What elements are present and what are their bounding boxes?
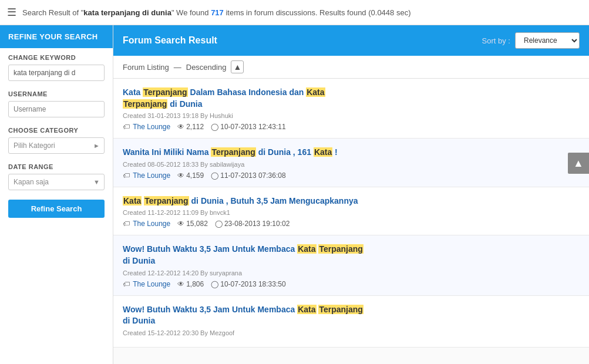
last-date: 23-08-2013 19:10:02: [224, 220, 290, 228]
keyword-label: CHANGE KEYWORD: [8, 54, 105, 61]
clock-icon: ◯: [215, 220, 223, 228]
daterange-select-wrap: Kapan saja Hari ini Seminggu Sebulan ▼: [8, 174, 105, 190]
result-stats: 🏷 The Lounge 👁 1,806 ◯ 10-07-2013 18:33:…: [123, 280, 580, 288]
category-select-wrap: Pilih Kategori The Lounge ►: [8, 137, 105, 154]
search-info-text: Search Result of "kata terpanjang di dun…: [22, 8, 410, 17]
daterange-select[interactable]: Kapan saja Hari ini Seminggu Sebulan: [8, 174, 105, 190]
sort-select[interactable]: Relevance Date Views: [515, 32, 580, 49]
result-meta: Created 12-12-2012 14:20 By suryaprana: [123, 269, 580, 277]
category-label: CHOOSE CATEGORY: [8, 127, 105, 134]
sidebar-header: REFINE YOUR SEARCH: [0, 25, 113, 48]
result-count: 717: [211, 8, 224, 17]
category-link[interactable]: The Lounge: [133, 171, 170, 180]
view-count: 1,806: [186, 280, 204, 288]
page-title: Forum Search Result: [123, 35, 217, 46]
result-meta: Created 11-12-2012 11:09 By bnvck1: [123, 209, 580, 216]
category-link[interactable]: The Lounge: [133, 280, 170, 288]
last-date: 10-07-2013 18:33:50: [220, 280, 285, 288]
clock-icon: ◯: [211, 171, 218, 180]
category-link[interactable]: The Lounge: [133, 123, 170, 131]
result-item: Wanita Ini Miliki Nama Terpanjang di Dun…: [113, 139, 589, 187]
view-count: 15,082: [186, 220, 208, 228]
result-title[interactable]: Wow! Butuh Waktu 3,5 Jam Untuk Membaca K…: [123, 304, 580, 327]
sidebar: REFINE YOUR SEARCH CHANGE KEYWORD USERNA…: [0, 25, 113, 364]
keyword-input[interactable]: [8, 65, 105, 81]
top-bar: ☰ Search Result of "kata terpanjang di d…: [0, 0, 589, 25]
result-title[interactable]: Wanita Ini Miliki Nama Terpanjang di Dun…: [123, 147, 580, 159]
listing-order: Descending: [186, 63, 227, 72]
listing-toggle-button[interactable]: ▲: [231, 60, 244, 73]
result-stats: 🏷 The Lounge 👁 15,082 ◯ 23-08-2013 19:10…: [123, 220, 580, 228]
result-item: Kata Terpanjang Dalam Bahasa Indonesia d…: [113, 79, 589, 139]
last-date: 11-07-2013 07:36:08: [220, 171, 285, 180]
tag-icon: 🏷: [123, 123, 130, 131]
eye-icon: 👁: [177, 123, 184, 131]
layout: REFINE YOUR SEARCH CHANGE KEYWORD USERNA…: [0, 25, 589, 364]
username-input[interactable]: [8, 101, 105, 117]
listing-bar: Forum Listing — Descending ▲: [113, 56, 589, 79]
category-link[interactable]: The Lounge: [133, 220, 170, 228]
eye-icon: 👁: [177, 171, 184, 180]
result-stats: 🏷 The Lounge 👁 2,112 ◯ 10-07-2013 12:43:…: [123, 123, 580, 131]
tag-icon: 🏷: [123, 280, 130, 288]
result-title[interactable]: Kata Terpanjang Dalam Bahasa Indonesia d…: [123, 87, 580, 110]
view-count: 2,112: [186, 123, 204, 131]
sort-label: Sort by :: [482, 36, 510, 45]
category-section: CHOOSE CATEGORY Pilih Kategori The Loung…: [0, 121, 113, 157]
keyword-section: CHANGE KEYWORD: [0, 48, 113, 85]
daterange-label: DATE RANGE: [8, 163, 105, 170]
result-item: Wow! Butuh Waktu 3,5 Jam Untuk Membaca K…: [113, 235, 589, 295]
eye-icon: 👁: [177, 220, 184, 228]
main-header: Forum Search Result Sort by : Relevance …: [113, 25, 589, 56]
tag-icon: 🏷: [123, 220, 130, 228]
search-query: kata terpanjang di dunia: [83, 8, 171, 17]
result-meta: Created 31-01-2013 19:18 By Hushuki: [123, 112, 580, 119]
result-item: Wow! Butuh Waktu 3,5 Jam Untuk Membaca K…: [113, 296, 589, 348]
scroll-top-button[interactable]: ▲: [568, 153, 589, 174]
view-count: 4,159: [186, 171, 204, 180]
username-label: USERNAME: [8, 90, 105, 97]
menu-icon[interactable]: ☰: [7, 6, 16, 19]
last-date: 10-07-2013 12:43:11: [220, 123, 285, 131]
eye-icon: 👁: [177, 280, 184, 288]
daterange-section: DATE RANGE Kapan saja Hari ini Seminggu …: [0, 157, 113, 194]
sort-wrap: Sort by : Relevance Date Views: [482, 32, 580, 49]
username-section: USERNAME: [0, 85, 113, 121]
tag-icon: 🏷: [123, 171, 130, 180]
result-stats: 🏷 The Lounge 👁 4,159 ◯ 11-07-2013 07:36:…: [123, 171, 580, 180]
main-content: Forum Search Result Sort by : Relevance …: [113, 25, 589, 364]
result-meta: Created 08-05-2012 18:33 By sabilawijaya: [123, 161, 580, 168]
results-container: Kata Terpanjang Dalam Bahasa Indonesia d…: [113, 79, 589, 348]
clock-icon: ◯: [211, 280, 218, 288]
clock-icon: ◯: [211, 123, 218, 131]
result-meta: Created 15-12-2012 20:30 By Mezgoof: [123, 329, 580, 336]
refine-search-button[interactable]: Refine Search: [8, 200, 105, 218]
listing-label: Forum Listing: [123, 63, 169, 72]
result-title[interactable]: Wow! Butuh Waktu 3,5 Jam Untuk Membaca K…: [123, 244, 580, 267]
listing-separator: —: [174, 63, 181, 72]
result-title[interactable]: Kata Terpanjang di Dunia , Butuh 3,5 Jam…: [123, 196, 580, 207]
result-item: Kata Terpanjang di Dunia , Butuh 3,5 Jam…: [113, 187, 589, 236]
category-select[interactable]: Pilih Kategori The Lounge: [8, 137, 105, 154]
